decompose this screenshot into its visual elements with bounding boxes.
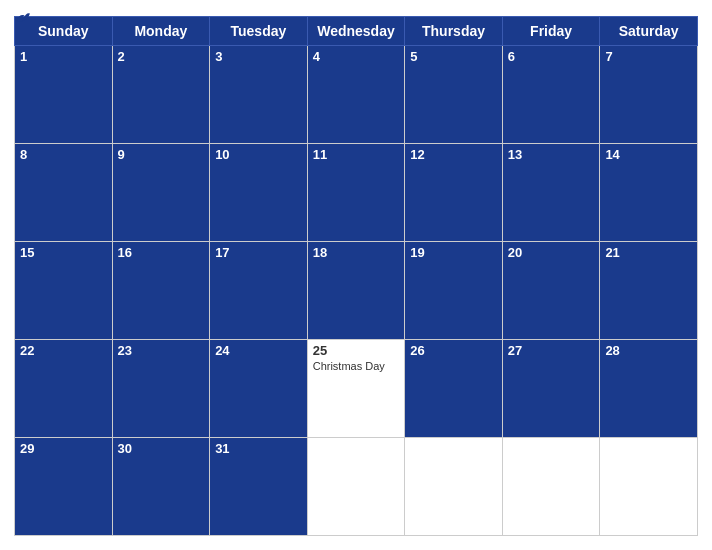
calendar-cell: 5	[405, 46, 503, 144]
header-saturday: Saturday	[600, 17, 698, 46]
calendar-cell: 26	[405, 340, 503, 438]
day-number: 13	[508, 147, 595, 162]
calendar-cell: 1	[15, 46, 113, 144]
day-number: 21	[605, 245, 692, 260]
calendar-cell: 13	[502, 144, 600, 242]
calendar-cell	[502, 438, 600, 536]
day-number: 31	[215, 441, 302, 456]
day-number: 27	[508, 343, 595, 358]
calendar-cell	[405, 438, 503, 536]
logo-blue	[14, 10, 34, 24]
calendar-cell: 16	[112, 242, 210, 340]
header-friday: Friday	[502, 17, 600, 46]
day-number: 20	[508, 245, 595, 260]
weekday-header-row: Sunday Monday Tuesday Wednesday Thursday…	[15, 17, 698, 46]
day-number: 5	[410, 49, 497, 64]
event-label: Christmas Day	[313, 360, 400, 372]
calendar-cell: 25Christmas Day	[307, 340, 405, 438]
calendar-cell: 19	[405, 242, 503, 340]
day-number: 4	[313, 49, 400, 64]
calendar-wrapper: Sunday Monday Tuesday Wednesday Thursday…	[0, 0, 712, 550]
calendar-cell: 18	[307, 242, 405, 340]
day-number: 11	[313, 147, 400, 162]
logo-area	[14, 10, 34, 24]
calendar-table: Sunday Monday Tuesday Wednesday Thursday…	[14, 16, 698, 536]
calendar-cell: 7	[600, 46, 698, 144]
calendar-cell: 17	[210, 242, 308, 340]
day-number: 14	[605, 147, 692, 162]
calendar-cell: 29	[15, 438, 113, 536]
day-number: 15	[20, 245, 107, 260]
day-number: 23	[118, 343, 205, 358]
calendar-cell	[600, 438, 698, 536]
calendar-cell	[307, 438, 405, 536]
calendar-cell: 28	[600, 340, 698, 438]
day-number: 18	[313, 245, 400, 260]
calendar-week-row: 1234567	[15, 46, 698, 144]
calendar-cell: 20	[502, 242, 600, 340]
header-thursday: Thursday	[405, 17, 503, 46]
calendar-cell: 4	[307, 46, 405, 144]
day-number: 24	[215, 343, 302, 358]
calendar-cell: 23	[112, 340, 210, 438]
calendar-cell: 3	[210, 46, 308, 144]
day-number: 12	[410, 147, 497, 162]
header-monday: Monday	[112, 17, 210, 46]
calendar-cell: 8	[15, 144, 113, 242]
calendar-cell: 31	[210, 438, 308, 536]
calendar-cell: 12	[405, 144, 503, 242]
logo-bird-icon	[14, 10, 32, 24]
calendar-cell: 22	[15, 340, 113, 438]
day-number: 30	[118, 441, 205, 456]
day-number: 2	[118, 49, 205, 64]
header-wednesday: Wednesday	[307, 17, 405, 46]
day-number: 22	[20, 343, 107, 358]
day-number: 9	[118, 147, 205, 162]
calendar-cell: 14	[600, 144, 698, 242]
day-number: 7	[605, 49, 692, 64]
header-tuesday: Tuesday	[210, 17, 308, 46]
day-number: 16	[118, 245, 205, 260]
day-number: 28	[605, 343, 692, 358]
day-number: 17	[215, 245, 302, 260]
day-number: 25	[313, 343, 400, 358]
calendar-cell: 30	[112, 438, 210, 536]
day-number: 1	[20, 49, 107, 64]
calendar-cell: 21	[600, 242, 698, 340]
calendar-body: 1234567891011121314151617181920212223242…	[15, 46, 698, 536]
calendar-week-row: 15161718192021	[15, 242, 698, 340]
day-number: 26	[410, 343, 497, 358]
calendar-cell: 27	[502, 340, 600, 438]
calendar-week-row: 22232425Christmas Day262728	[15, 340, 698, 438]
day-number: 3	[215, 49, 302, 64]
day-number: 19	[410, 245, 497, 260]
calendar-week-row: 891011121314	[15, 144, 698, 242]
calendar-cell: 10	[210, 144, 308, 242]
calendar-week-row: 293031	[15, 438, 698, 536]
day-number: 6	[508, 49, 595, 64]
day-number: 8	[20, 147, 107, 162]
day-number: 29	[20, 441, 107, 456]
calendar-cell: 24	[210, 340, 308, 438]
calendar-cell: 6	[502, 46, 600, 144]
calendar-cell: 2	[112, 46, 210, 144]
day-number: 10	[215, 147, 302, 162]
calendar-cell: 9	[112, 144, 210, 242]
calendar-cell: 11	[307, 144, 405, 242]
calendar-cell: 15	[15, 242, 113, 340]
